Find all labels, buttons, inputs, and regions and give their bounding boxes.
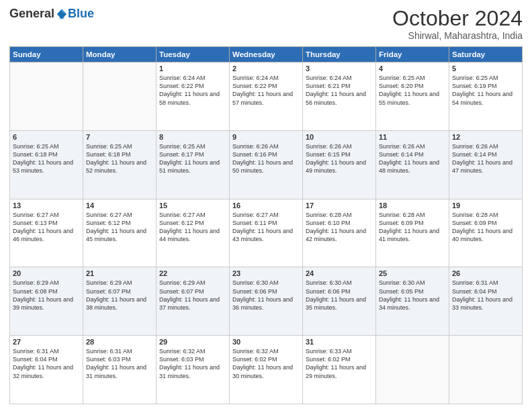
day-number: 13: [13, 201, 80, 210]
day-number: 12: [452, 133, 519, 141]
day-info: Sunrise: 6:32 AMSunset: 6:02 PMDaylight:…: [232, 347, 300, 380]
calendar-cell: 23Sunrise: 6:30 AMSunset: 6:06 PMDayligh…: [230, 267, 303, 336]
day-info: Sunrise: 6:26 AMSunset: 6:14 PMDaylight:…: [379, 142, 446, 175]
day-number: 10: [306, 133, 373, 141]
day-info: Sunrise: 6:25 AMSunset: 6:18 PMDaylight:…: [86, 142, 153, 175]
day-info: Sunrise: 6:33 AMSunset: 6:02 PMDaylight:…: [306, 347, 373, 380]
calendar-cell: 6Sunrise: 6:25 AMSunset: 6:18 PMDaylight…: [10, 130, 83, 199]
page-container: General Blue October 2024 Shirwal, Mahar…: [0, 0, 532, 411]
day-info: Sunrise: 6:27 AMSunset: 6:11 PMDaylight:…: [232, 211, 300, 244]
day-info: Sunrise: 6:32 AMSunset: 6:03 PMDaylight:…: [159, 347, 226, 380]
day-number: 19: [452, 201, 519, 210]
day-info: Sunrise: 6:29 AMSunset: 6:07 PMDaylight:…: [159, 279, 226, 312]
day-info: Sunrise: 6:27 AMSunset: 6:12 PMDaylight:…: [86, 211, 153, 244]
day-info: Sunrise: 6:28 AMSunset: 6:09 PMDaylight:…: [452, 211, 519, 244]
calendar-cell: 10Sunrise: 6:26 AMSunset: 6:15 PMDayligh…: [303, 130, 376, 199]
day-info: Sunrise: 6:29 AMSunset: 6:08 PMDaylight:…: [13, 279, 80, 312]
day-header-thursday: Thursday: [303, 47, 376, 62]
day-number: 16: [232, 201, 300, 210]
day-number: 23: [232, 269, 300, 277]
calendar-cell: 27Sunrise: 6:31 AMSunset: 6:04 PMDayligh…: [10, 336, 83, 404]
day-number: 5: [452, 64, 519, 73]
day-number: 8: [159, 133, 226, 141]
day-info: Sunrise: 6:24 AMSunset: 6:22 PMDaylight:…: [232, 74, 300, 107]
day-number: 7: [86, 133, 153, 141]
day-number: 18: [379, 201, 446, 210]
calendar-cell: 15Sunrise: 6:27 AMSunset: 6:12 PMDayligh…: [157, 199, 230, 267]
day-info: Sunrise: 6:25 AMSunset: 6:18 PMDaylight:…: [13, 142, 80, 175]
calendar-cell: 4Sunrise: 6:25 AMSunset: 6:20 PMDaylight…: [376, 62, 449, 131]
calendar-cell: 7Sunrise: 6:25 AMSunset: 6:18 PMDaylight…: [83, 130, 157, 199]
day-info: Sunrise: 6:30 AMSunset: 6:06 PMDaylight:…: [306, 279, 373, 312]
day-info: Sunrise: 6:30 AMSunset: 6:05 PMDaylight:…: [379, 279, 446, 312]
day-info: Sunrise: 6:25 AMSunset: 6:19 PMDaylight:…: [452, 74, 519, 107]
calendar-cell: [10, 62, 83, 131]
day-header-wednesday: Wednesday: [230, 47, 303, 62]
header: General Blue October 2024 Shirwal, Mahar…: [9, 7, 523, 41]
day-number: 22: [159, 269, 226, 277]
day-number: 25: [379, 269, 446, 277]
calendar-cell: 19Sunrise: 6:28 AMSunset: 6:09 PMDayligh…: [449, 199, 523, 267]
logo: General Blue: [9, 7, 94, 21]
day-number: 4: [379, 64, 446, 73]
day-number: 6: [13, 133, 80, 141]
calendar-cell: 26Sunrise: 6:31 AMSunset: 6:04 PMDayligh…: [449, 267, 523, 336]
day-number: 14: [86, 201, 153, 210]
day-number: 3: [306, 64, 373, 73]
calendar-cell: 22Sunrise: 6:29 AMSunset: 6:07 PMDayligh…: [157, 267, 230, 336]
day-info: Sunrise: 6:24 AMSunset: 6:21 PMDaylight:…: [306, 74, 373, 107]
calendar-cell: 2Sunrise: 6:24 AMSunset: 6:22 PMDaylight…: [230, 62, 303, 131]
calendar-cell: 5Sunrise: 6:25 AMSunset: 6:19 PMDaylight…: [449, 62, 523, 131]
calendar-body: 1Sunrise: 6:24 AMSunset: 6:22 PMDaylight…: [10, 62, 523, 404]
calendar-cell: 16Sunrise: 6:27 AMSunset: 6:11 PMDayligh…: [230, 199, 303, 267]
calendar-cell: 24Sunrise: 6:30 AMSunset: 6:06 PMDayligh…: [303, 267, 376, 336]
week-row-3: 13Sunrise: 6:27 AMSunset: 6:13 PMDayligh…: [10, 199, 523, 267]
day-number: 29: [159, 338, 226, 346]
day-number: 2: [232, 64, 300, 73]
calendar-cell: [376, 336, 449, 404]
calendar-cell: 13Sunrise: 6:27 AMSunset: 6:13 PMDayligh…: [10, 199, 83, 267]
week-row-2: 6Sunrise: 6:25 AMSunset: 6:18 PMDaylight…: [10, 130, 523, 199]
calendar-cell: 31Sunrise: 6:33 AMSunset: 6:02 PMDayligh…: [303, 336, 376, 404]
day-number: 17: [306, 201, 373, 210]
day-info: Sunrise: 6:27 AMSunset: 6:13 PMDaylight:…: [13, 211, 80, 244]
day-header-sunday: Sunday: [10, 47, 83, 62]
day-number: 30: [232, 338, 300, 346]
calendar-cell: [83, 62, 157, 131]
calendar-cell: 28Sunrise: 6:31 AMSunset: 6:03 PMDayligh…: [83, 336, 157, 404]
day-number: 11: [379, 133, 446, 141]
logo-icon: [56, 8, 68, 20]
day-number: 24: [306, 269, 373, 277]
day-info: Sunrise: 6:27 AMSunset: 6:12 PMDaylight:…: [159, 211, 226, 244]
day-info: Sunrise: 6:26 AMSunset: 6:14 PMDaylight:…: [452, 142, 519, 175]
day-info: Sunrise: 6:28 AMSunset: 6:10 PMDaylight:…: [306, 211, 373, 244]
day-header-saturday: Saturday: [449, 47, 523, 62]
day-info: Sunrise: 6:26 AMSunset: 6:16 PMDaylight:…: [232, 142, 300, 175]
title-block: October 2024 Shirwal, Maharashtra, India: [392, 7, 523, 41]
calendar-cell: 29Sunrise: 6:32 AMSunset: 6:03 PMDayligh…: [157, 336, 230, 404]
day-header-friday: Friday: [376, 47, 449, 62]
logo-text: General Blue: [9, 7, 94, 21]
day-info: Sunrise: 6:28 AMSunset: 6:09 PMDaylight:…: [379, 211, 446, 244]
day-number: 21: [86, 269, 153, 277]
calendar-cell: 21Sunrise: 6:29 AMSunset: 6:07 PMDayligh…: [83, 267, 157, 336]
calendar-cell: [449, 336, 523, 404]
calendar-cell: 11Sunrise: 6:26 AMSunset: 6:14 PMDayligh…: [376, 130, 449, 199]
day-number: 28: [86, 338, 153, 346]
calendar-cell: 25Sunrise: 6:30 AMSunset: 6:05 PMDayligh…: [376, 267, 449, 336]
calendar-cell: 3Sunrise: 6:24 AMSunset: 6:21 PMDaylight…: [303, 62, 376, 131]
calendar-cell: 18Sunrise: 6:28 AMSunset: 6:09 PMDayligh…: [376, 199, 449, 267]
calendar-cell: 30Sunrise: 6:32 AMSunset: 6:02 PMDayligh…: [230, 336, 303, 404]
logo-general: General: [9, 7, 54, 21]
day-info: Sunrise: 6:25 AMSunset: 6:20 PMDaylight:…: [379, 74, 446, 107]
week-row-5: 27Sunrise: 6:31 AMSunset: 6:04 PMDayligh…: [10, 336, 523, 404]
day-number: 31: [306, 338, 373, 346]
calendar-cell: 14Sunrise: 6:27 AMSunset: 6:12 PMDayligh…: [83, 199, 157, 267]
day-info: Sunrise: 6:29 AMSunset: 6:07 PMDaylight:…: [86, 279, 153, 312]
day-number: 15: [159, 201, 226, 210]
calendar-cell: 9Sunrise: 6:26 AMSunset: 6:16 PMDaylight…: [230, 130, 303, 199]
month-title: October 2024: [392, 7, 523, 30]
calendar-cell: 20Sunrise: 6:29 AMSunset: 6:08 PMDayligh…: [10, 267, 83, 336]
day-header-monday: Monday: [83, 47, 157, 62]
calendar-cell: 1Sunrise: 6:24 AMSunset: 6:22 PMDaylight…: [157, 62, 230, 131]
